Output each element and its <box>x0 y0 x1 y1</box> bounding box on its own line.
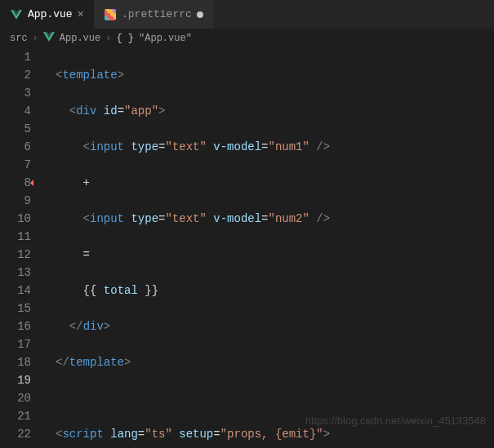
line-number: 9 <box>0 192 31 210</box>
breadcrumb-seg[interactable]: src <box>10 33 28 44</box>
line-gutter: 1 2 3 4 5 6 7 8 9 10 11 12 13 14 15 16 1… <box>0 48 42 448</box>
error-marker-icon <box>30 180 33 186</box>
line-number: 19 <box>0 371 31 389</box>
line-number: 20 <box>0 389 31 407</box>
code-area[interactable]: <template> <div id="app"> <input type="t… <box>42 48 494 448</box>
line-number: 8 <box>0 174 31 192</box>
breadcrumb-seg[interactable]: App.vue <box>60 33 100 44</box>
breadcrumb: src › App.vue › { } "App.vue" <box>0 29 494 48</box>
watermark: https://blog.csdn.net/weixin_45133548 <box>305 412 486 430</box>
vue-icon <box>10 8 23 21</box>
line-number: 14 <box>0 282 31 299</box>
chevron-right-icon: › <box>33 33 38 44</box>
line-number: 7 <box>0 156 31 174</box>
line-number: 2 <box>0 66 31 84</box>
line-number: 6 <box>0 138 31 156</box>
tab-label: App.vue <box>28 8 73 20</box>
line-number: 15 <box>0 299 31 317</box>
line-number: 16 <box>0 317 31 335</box>
modified-dot-icon <box>197 11 203 18</box>
prettier-icon <box>104 8 117 21</box>
line-number: 10 <box>0 210 31 228</box>
line-number: 12 <box>0 246 31 264</box>
line-number: 11 <box>0 228 31 246</box>
line-number: 5 <box>0 120 31 138</box>
code-editor[interactable]: 1 2 3 4 5 6 7 8 9 10 11 12 13 14 15 16 1… <box>0 48 494 448</box>
line-number: 21 <box>0 407 31 425</box>
braces-icon: { } <box>116 33 134 44</box>
breadcrumb-seg[interactable]: "App.vue" <box>139 33 192 44</box>
line-number: 13 <box>0 264 31 282</box>
line-number: 22 <box>0 425 31 443</box>
line-number: 18 <box>0 353 31 371</box>
chevron-right-icon: › <box>105 33 111 44</box>
line-number: 1 <box>0 48 31 66</box>
line-number: 4 <box>0 102 31 120</box>
line-number: 17 <box>0 335 31 353</box>
tab-prettierrc[interactable]: .prettierrc <box>94 0 213 29</box>
tab-bar: App.vue × .prettierrc <box>0 0 494 29</box>
vue-icon <box>43 32 55 45</box>
tab-app-vue[interactable]: App.vue × <box>0 0 94 29</box>
close-icon[interactable]: × <box>78 8 84 21</box>
line-number: 3 <box>0 84 31 102</box>
tab-label: .prettierrc <box>122 8 192 20</box>
